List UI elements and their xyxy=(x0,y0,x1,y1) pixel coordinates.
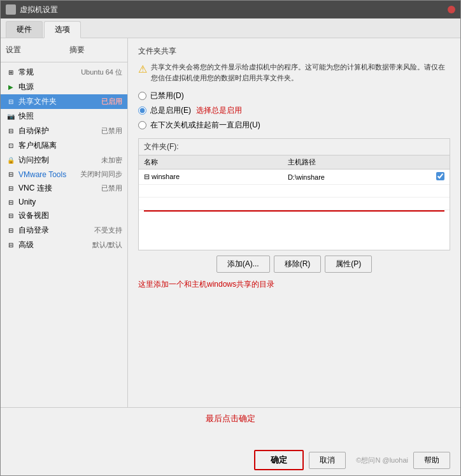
section-title: 文件夹共享 xyxy=(138,46,450,57)
radio-always[interactable]: 总是启用(E) 选择总是启用 xyxy=(138,105,450,116)
folder-annotation: 这里添加一个和主机windows共享的目录 xyxy=(138,279,450,290)
folder-name-cell: ⊟ winshare xyxy=(139,169,283,185)
col-header-name: 名称 xyxy=(139,155,283,169)
help-button[interactable]: 帮助 xyxy=(413,452,450,469)
bottom-buttons: 确定 取消 ©想问N @luohai 帮助 xyxy=(11,450,450,470)
radio-until-shutdown-input[interactable] xyxy=(138,121,146,129)
sidebar-item-general[interactable]: ⊞ 常规 Ubuntu 64 位 xyxy=(1,65,127,80)
radio-until-shutdown[interactable]: 在下次关机或挂起前一直启用(U) xyxy=(138,120,450,131)
remove-button[interactable]: 移除(R) xyxy=(274,256,322,273)
table-row[interactable]: ⊟ winshare D:\winshare xyxy=(139,169,450,185)
sidebar-item-snapshot[interactable]: 📷 快照 xyxy=(1,109,127,124)
folder-path: D:\winshare xyxy=(288,173,325,181)
device-view-icon: ⊟ xyxy=(6,212,16,220)
tab-options[interactable]: 选项 xyxy=(44,21,81,38)
title-bar: 虚拟机设置 xyxy=(1,1,460,18)
isolation-icon: ⊡ xyxy=(6,141,16,150)
warning-icon: ⚠ xyxy=(138,63,147,75)
unity-icon: ⊟ xyxy=(6,198,16,206)
sidebar-item-unity[interactable]: ⊟ Unity xyxy=(1,196,127,208)
radio-until-shutdown-label: 在下次关机或挂起前一直启用(U) xyxy=(150,120,260,131)
sidebar-item-autoprotect[interactable]: ⊟ 自动保护 已禁用 xyxy=(1,124,127,138)
col-header-path: 主机路径 xyxy=(283,155,430,169)
folder-enabled-cell[interactable] xyxy=(430,169,450,185)
content-area: 设置 摘要 ⊞ 常规 Ubuntu 64 位 ▶ 电源 ⊟ 共享文件夹 已启用 xyxy=(1,38,460,407)
folders-title: 文件夹(F): xyxy=(139,139,450,155)
advanced-icon: ⊟ xyxy=(6,241,16,250)
power-icon: ▶ xyxy=(6,83,16,92)
tabs-row: 硬件 选项 xyxy=(1,18,460,38)
sidebar-item-isolation[interactable]: ⊡ 客户机隔离 xyxy=(1,138,127,153)
vmware-tools-icon: ⊟ xyxy=(6,170,16,179)
folder-buttons-row: 添加(A)... 移除(R) 属性(P) xyxy=(138,256,450,273)
folder-path-cell: D:\winshare xyxy=(283,169,430,185)
sidebar-item-advanced[interactable]: ⊟ 高级 默认/默认 xyxy=(1,238,127,252)
autologin-icon: ⊟ xyxy=(6,226,16,235)
general-icon: ⊞ xyxy=(6,68,16,77)
access-control-icon: 🔒 xyxy=(6,156,16,165)
sidebar-item-device-view[interactable]: ⊟ 设备视图 xyxy=(1,208,127,223)
watermark: ©想问N @luohai xyxy=(356,456,408,465)
tab-hardware[interactable]: 硬件 xyxy=(6,21,43,38)
cancel-button[interactable]: 取消 xyxy=(309,452,346,469)
sidebar-item-power[interactable]: ▶ 电源 xyxy=(1,80,127,94)
autoprotect-icon: ⊟ xyxy=(6,127,16,136)
sidebar-item-vmware-tools[interactable]: ⊟ VMware Tools 关闭时间同步 xyxy=(1,168,127,181)
col-header-enabled xyxy=(430,155,450,169)
sidebar-item-vnc[interactable]: ⊟ VNC 连接 已禁用 xyxy=(1,181,127,196)
radio-disabled[interactable]: 已禁用(D) xyxy=(138,90,450,101)
radio-always-label: 总是启用(E) xyxy=(150,105,191,116)
vnc-icon: ⊟ xyxy=(6,184,16,193)
radio-always-annotation: 选择总是启用 xyxy=(196,105,242,116)
window-title: 虚拟机设置 xyxy=(20,4,58,15)
header-setting: 设置 xyxy=(6,45,69,55)
sidebar-item-autologin[interactable]: ⊟ 自动登录 不受支持 xyxy=(1,223,127,238)
radio-always-input[interactable] xyxy=(138,106,146,115)
properties-button[interactable]: 属性(P) xyxy=(325,256,372,273)
sidebar-item-access-control[interactable]: 🔒 访问控制 未加密 xyxy=(1,153,127,168)
folder-icon: ⊟ xyxy=(144,173,150,180)
shared-folders-icon: ⊟ xyxy=(6,97,16,106)
folders-section: 文件夹(F): 名称 主机路径 ⊟ winshare xyxy=(138,138,450,250)
folders-table: 名称 主机路径 ⊟ winshare D:\winshare xyxy=(139,155,450,210)
folder-name: winshare xyxy=(152,173,180,180)
ok-button[interactable]: 确定 xyxy=(254,450,304,470)
radio-disabled-input[interactable] xyxy=(138,92,146,100)
bottom-annotation: 最后点击确定 xyxy=(11,413,450,424)
warning-text: 共享文件夹会将您的文件显示给虚拟机中的程序。这可能为您的计算机和数据带来风险。请… xyxy=(151,62,450,83)
header-summary: 摘要 xyxy=(69,45,122,55)
radio-disabled-label: 已禁用(D) xyxy=(150,90,184,101)
snapshot-icon: 📷 xyxy=(6,112,16,121)
right-panel: 文件夹共享 ⚠ 共享文件夹会将您的文件显示给虚拟机中的程序。这可能为您的计算机和… xyxy=(128,38,460,407)
bottom-area: 最后点击确定 确定 取消 ©想问N @luohai 帮助 xyxy=(1,407,460,475)
add-button[interactable]: 添加(A)... xyxy=(216,256,270,273)
window-icon xyxy=(6,4,16,15)
close-button[interactable] xyxy=(448,6,455,13)
warning-box: ⚠ 共享文件夹会将您的文件显示给虚拟机中的程序。这可能为您的计算机和数据带来风险… xyxy=(138,62,450,83)
main-window: 虚拟机设置 硬件 选项 设置 摘要 ⊞ 常规 Ubuntu 64 位 ▶ xyxy=(0,0,461,476)
sidebar-item-shared-folders[interactable]: ⊟ 共享文件夹 已启用 xyxy=(1,94,127,109)
left-header: 设置 摘要 xyxy=(1,43,127,59)
folder-enabled-checkbox[interactable] xyxy=(436,172,444,180)
left-panel: 设置 摘要 ⊞ 常规 Ubuntu 64 位 ▶ 电源 ⊟ 共享文件夹 已启用 xyxy=(1,38,128,407)
radio-group: 已禁用(D) 总是启用(E) 选择总是启用 在下次关机或挂起前一直启用(U) xyxy=(138,90,450,131)
